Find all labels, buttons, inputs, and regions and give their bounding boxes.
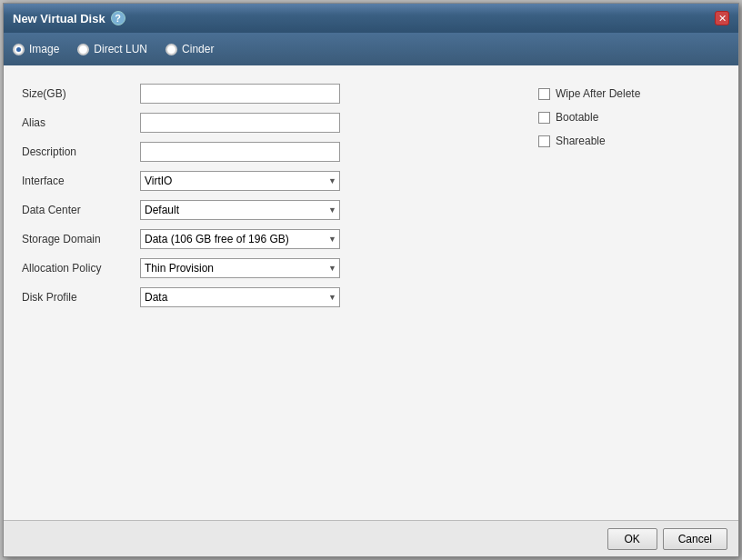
ok-button[interactable]: OK xyxy=(607,528,657,550)
interface-label: Interface xyxy=(22,175,140,187)
tab-cinder[interactable]: Cinder xyxy=(165,43,214,55)
description-input[interactable] xyxy=(140,142,340,162)
storage-domain-select[interactable]: Data (106 GB free of 196 GB) xyxy=(140,229,340,249)
allocation-policy-select-wrapper: Thin Provision xyxy=(140,258,340,278)
data-center-label: Data Center xyxy=(22,204,140,216)
data-center-row: Data Center Default xyxy=(22,200,520,220)
alias-input[interactable] xyxy=(140,113,340,133)
tab-image[interactable]: Image xyxy=(13,43,59,55)
disk-profile-select-wrapper: Data xyxy=(140,287,340,307)
disk-profile-select[interactable]: Data xyxy=(140,287,340,307)
tab-image-label: Image xyxy=(29,43,59,55)
tab-cinder-label: Cinder xyxy=(182,43,214,55)
wipe-after-delete-row: Wipe After Delete xyxy=(538,87,720,100)
form-section: Size(GB) Alias Description Interface Vir… xyxy=(22,84,520,502)
data-center-select-wrapper: Default xyxy=(140,200,340,220)
interface-select-wrapper: VirtIO xyxy=(140,171,340,191)
allocation-policy-select[interactable]: Thin Provision xyxy=(140,258,340,278)
close-button[interactable]: ✕ xyxy=(715,11,729,25)
bootable-label: Bootable xyxy=(556,111,598,124)
bootable-row: Bootable xyxy=(538,111,720,124)
bootable-checkbox[interactable] xyxy=(538,112,550,124)
tab-direct-lun[interactable]: Direct LUN xyxy=(77,43,147,55)
title-bar: New Virtual Disk ? ✕ xyxy=(4,4,738,33)
size-gb-input[interactable] xyxy=(140,84,340,104)
tab-direct-lun-label: Direct LUN xyxy=(94,43,147,55)
data-center-select[interactable]: Default xyxy=(140,200,340,220)
tab-direct-lun-radio[interactable] xyxy=(77,44,89,55)
allocation-policy-label: Allocation Policy xyxy=(22,262,140,275)
disk-profile-label: Disk Profile xyxy=(22,291,140,304)
title-bar-left: New Virtual Disk ? xyxy=(13,11,125,25)
new-virtual-disk-dialog: New Virtual Disk ? ✕ Image Direct LUN Ci… xyxy=(3,3,739,557)
storage-domain-label: Storage Domain xyxy=(22,233,140,245)
description-label: Description xyxy=(22,145,140,158)
tabs-bar: Image Direct LUN Cinder xyxy=(4,33,738,65)
shareable-label: Shareable xyxy=(556,135,606,147)
alias-label: Alias xyxy=(22,116,140,129)
size-gb-label: Size(GB) xyxy=(22,87,140,100)
wipe-after-delete-label: Wipe After Delete xyxy=(556,87,640,100)
storage-domain-row: Storage Domain Data (106 GB free of 196 … xyxy=(22,229,520,249)
size-gb-row: Size(GB) xyxy=(22,84,520,104)
description-row: Description xyxy=(22,142,520,162)
content-area: Size(GB) Alias Description Interface Vir… xyxy=(4,65,738,520)
tab-image-radio[interactable] xyxy=(13,44,25,55)
interface-row: Interface VirtIO xyxy=(22,171,520,191)
dialog-title: New Virtual Disk xyxy=(13,12,105,25)
cancel-button[interactable]: Cancel xyxy=(663,528,727,550)
help-icon[interactable]: ? xyxy=(111,11,125,25)
allocation-policy-row: Allocation Policy Thin Provision xyxy=(22,258,520,278)
shareable-checkbox[interactable] xyxy=(538,135,550,147)
storage-domain-select-wrapper: Data (106 GB free of 196 GB) xyxy=(140,229,340,249)
footer: OK Cancel xyxy=(4,520,738,556)
shareable-row: Shareable xyxy=(538,135,720,147)
alias-row: Alias xyxy=(22,113,520,133)
interface-select[interactable]: VirtIO xyxy=(140,171,340,191)
disk-profile-row: Disk Profile Data xyxy=(22,287,520,307)
wipe-after-delete-checkbox[interactable] xyxy=(538,88,550,100)
checkbox-section: Wipe After Delete Bootable Shareable xyxy=(538,84,720,502)
tab-cinder-radio[interactable] xyxy=(165,44,177,55)
